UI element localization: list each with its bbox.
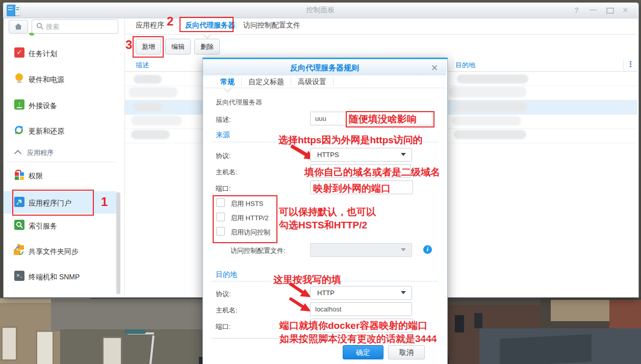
annotation-checkbox-note-2: 勾选HSTS和HTTP/2 (279, 219, 367, 232)
delete-button[interactable]: 删除 (194, 39, 220, 55)
home-icon (14, 23, 22, 30)
search-icon (36, 22, 44, 30)
sidebar-item-terminal-snmp[interactable]: >_ 终端机和 SNMP (4, 269, 116, 285)
chevron-down-icon (401, 291, 406, 294)
terminal-icon: >_ (14, 271, 24, 281)
sidebar-section-applications[interactable]: 应用程序 (4, 147, 116, 159)
sidebar-item-shared-folder-sync[interactable]: 共享文件夹同步 (4, 244, 116, 260)
sidebar-scrollbar[interactable] (116, 192, 120, 294)
minimize-icon[interactable]: — (589, 5, 597, 14)
chevron-up-icon (14, 150, 21, 157)
sidebar-item-label: 更新和还原 (29, 127, 64, 136)
acl-select[interactable] (310, 243, 412, 257)
access-control-checkbox[interactable] (216, 227, 225, 236)
source-protocol-select[interactable]: HTTPS (310, 148, 412, 162)
tab-application[interactable]: 应用程序 (136, 21, 164, 30)
redacted-cell (454, 130, 526, 139)
red-arrow (286, 282, 313, 298)
dialog-section-label: 反向代理服务器 (216, 98, 262, 107)
sidebar-item-label: 任务计划 (29, 49, 57, 59)
chevron-down-icon (401, 153, 406, 156)
annotation-marker-3: 3 (125, 38, 132, 52)
sidebar-section-label: 应用程序 (27, 148, 54, 158)
annotation-marker-1: 1 (101, 195, 108, 209)
edit-button[interactable]: 编辑 (165, 39, 191, 55)
http2-checkbox[interactable] (216, 213, 225, 221)
ok-button[interactable]: 确定 (343, 345, 383, 359)
task-scheduler-icon: ✓ (14, 47, 24, 58)
hsts-checkbox-label: 启用 HSTS (230, 199, 263, 209)
dialog-tab-separator (333, 77, 334, 86)
annotation-box-application-portal (12, 190, 94, 216)
dialog-active-tab-notch-inner (224, 88, 231, 91)
control-panel-app-icon (7, 5, 20, 16)
column-header-description[interactable]: 描述 (136, 61, 149, 70)
sidebar-item-label: 终端机和 SNMP (29, 273, 80, 282)
annotation-dest-port-note-1: 端口就填你docker容器映射的端口 (279, 319, 427, 332)
annotation-checkbox-note-1: 可以保持默认，也可以 (279, 205, 376, 219)
redacted-cell (457, 74, 528, 84)
source-section-header: 来源 (216, 131, 230, 140)
redacted-cell (131, 116, 182, 125)
column-header-destination[interactable]: 目的地 (455, 61, 475, 70)
external-device-icon: ↑ (14, 99, 24, 110)
sidebar-item-task-scheduler[interactable]: ✓ 任务计划 (4, 46, 116, 62)
info-icon[interactable]: i (423, 245, 432, 254)
sidebar-divider (124, 18, 125, 297)
annotation-marker-2: 2 (167, 14, 173, 29)
sidebar-section-divider (6, 162, 116, 162)
column-options-icon[interactable]: ⋮ (627, 60, 634, 69)
sidebar-item-label: 权限 (29, 172, 43, 181)
annotation-box-reverse-proxy-tab (180, 17, 234, 32)
dialog-footer-divider (212, 338, 438, 339)
annotation-box-add-button (133, 36, 164, 58)
destination-hostname-input[interactable]: localhost (310, 302, 412, 316)
update-restore-icon (14, 125, 24, 135)
redacted-cell (134, 102, 163, 111)
column-divider (453, 59, 453, 70)
tab-access-control-profile[interactable]: 访问控制配置文件 (243, 21, 300, 30)
sidebar-item-hardware-power[interactable]: 硬件和电源 (4, 72, 116, 88)
maximize-icon[interactable] (606, 8, 614, 14)
sidebar-item-privileges[interactable]: 权限 (4, 168, 116, 185)
dialog-tab-custom-header[interactable]: 自定义标题 (248, 77, 284, 87)
tab-separator (299, 21, 299, 30)
acl-label: 访问控制配置文件: (230, 246, 286, 255)
lightbulb-icon (15, 73, 23, 81)
close-icon[interactable]: ✕ (622, 6, 629, 15)
sidebar-item-indexing-service[interactable]: 索引服务 (4, 218, 116, 235)
redacted-cell (134, 75, 162, 84)
active-tab-notch-inner (203, 34, 211, 38)
cancel-button[interactable]: 取消 (388, 345, 425, 359)
redacted-cell (131, 130, 170, 139)
hsts-checkbox[interactable] (216, 198, 225, 207)
annotation-hostname-note: 填你自己的域名或者是二级域名 (304, 166, 440, 179)
help-icon[interactable]: ? (574, 6, 579, 14)
search-placeholder: 搜索 (46, 22, 59, 32)
sidebar-item-update-restore[interactable]: 更新和还原 (4, 123, 116, 140)
sidebar-item-external-devices[interactable]: ↑ 外接设备 (4, 98, 116, 114)
dialog-title: 反向代理服务器规则 (203, 63, 446, 73)
dialog-tab-general[interactable]: 常规 (220, 77, 235, 87)
annotation-description-note: 随便填没啥影响 (349, 113, 417, 126)
redacted-cell (452, 116, 521, 125)
annotation-port-note: 映射到外网的端口 (313, 182, 391, 195)
dialog-tab-separator (241, 77, 242, 86)
dialog-tab-advanced[interactable]: 高级设置 (298, 77, 326, 87)
home-button[interactable] (9, 20, 28, 34)
lightbulb-base (17, 82, 21, 83)
indexing-service-icon (14, 220, 24, 230)
source-hostname-label: 主机名: (216, 168, 238, 177)
sidebar-item-label: 索引服务 (29, 222, 57, 231)
search-input[interactable] (32, 19, 118, 34)
dialog-close-icon[interactable]: ✕ (431, 63, 438, 73)
chevron-down-icon (401, 248, 406, 251)
redacted-cell (449, 87, 526, 97)
access-control-checkbox-label: 启用访问控制 (230, 228, 270, 237)
source-protocol-label: 协议: (216, 151, 231, 161)
destination-protocol-select[interactable]: HTTP (310, 286, 412, 300)
destination-protocol-label: 协议: (216, 290, 231, 299)
redacted-cell (129, 87, 177, 97)
window-title: 控制面板 (3, 6, 638, 15)
privileges-icon (14, 170, 24, 180)
